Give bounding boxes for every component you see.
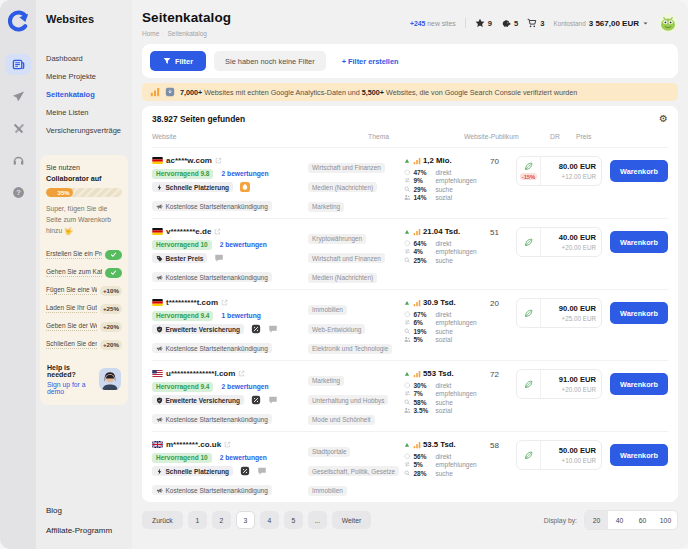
comment-icon[interactable] xyxy=(214,253,224,263)
rail-item-tools[interactable] xyxy=(5,118,31,139)
footer-link-blog[interactable]: Blog xyxy=(46,506,122,515)
referral-icon xyxy=(404,390,411,397)
display-option-100[interactable]: 100 xyxy=(654,511,677,529)
external-link-icon[interactable] xyxy=(224,441,231,448)
website-cell: m********.co.ukHervorragend 102 bewertun… xyxy=(152,440,308,502)
sidebar-item-seitenkatalog[interactable]: Seitenkatalog xyxy=(36,85,132,103)
rating-badge: Hervorragend 10 xyxy=(152,240,212,250)
page-button-3[interactable]: 3 xyxy=(236,511,255,529)
add-to-cart-button[interactable]: Warenkorb xyxy=(610,302,668,324)
checklist-label[interactable]: Schließen Sie den erst.. xyxy=(46,340,97,349)
website-domain[interactable]: t*********t.com xyxy=(166,298,218,307)
reviews-link[interactable]: 2 bewertungen xyxy=(220,454,267,461)
rail-item-help[interactable]: ? xyxy=(5,182,31,203)
reviews-link[interactable]: 2 bewertungen xyxy=(221,383,268,390)
page-button-2[interactable]: 2 xyxy=(212,511,231,529)
topic-tag: Kryptowährungen xyxy=(308,234,366,244)
topics-cell: KryptowährungenWirtschaft und FinanzenMe… xyxy=(308,227,404,289)
website-domain[interactable]: m********.co.uk xyxy=(166,440,221,449)
reviews-link[interactable]: 2 bewertungen xyxy=(220,241,267,248)
announcement-badge: Kostenlose Startseitenankündigung xyxy=(152,272,272,282)
external-link-icon[interactable] xyxy=(215,157,222,164)
sidebar-item-meine-listen[interactable]: Meine Listen xyxy=(36,103,132,121)
website-domain[interactable]: v********e.de xyxy=(166,227,211,236)
sidebar-item-dashboard[interactable]: Dashboard xyxy=(36,49,132,67)
rail-item-messages[interactable] xyxy=(5,86,31,107)
page-button-5[interactable]: 5 xyxy=(284,511,303,529)
website-domain[interactable]: ac****w.com xyxy=(166,156,212,165)
create-filter-link[interactable]: + Filter erstellen xyxy=(342,57,399,66)
breadcrumb-home[interactable]: Home xyxy=(142,30,159,37)
rail-item-support[interactable] xyxy=(5,150,31,171)
page-button-4[interactable]: 4 xyxy=(260,511,279,529)
prev-page-button[interactable]: Zurück xyxy=(142,511,183,529)
help-icon: ? xyxy=(12,186,25,199)
checklist-label[interactable]: Laden Sie Ihr Guthabe.. xyxy=(46,304,97,313)
external-link-icon[interactable] xyxy=(221,299,228,306)
favorites-counter[interactable]: 9 xyxy=(475,18,492,28)
discount-icon[interactable] xyxy=(251,324,261,334)
chevron-down-icon xyxy=(642,20,649,27)
topics-cell: ImmobilienWeb-EntwicklungElektronik und … xyxy=(308,298,404,360)
discount-icon[interactable] xyxy=(251,395,261,405)
website-cell: u**************l.comHervorragend 9.42 be… xyxy=(152,369,308,431)
next-page-button[interactable]: Weiter xyxy=(332,511,372,529)
checklist-label[interactable]: Gehen Sie zum Katalog xyxy=(46,268,102,277)
display-option-40[interactable]: 40 xyxy=(608,511,631,529)
domain-line: u**************l.com xyxy=(152,369,302,378)
reviews-link[interactable]: 1 bewertung xyxy=(221,312,260,319)
price-left: -15% xyxy=(517,157,541,185)
cart-counter[interactable]: 3 xyxy=(527,18,544,28)
cart-cell: Warenkorb xyxy=(608,369,668,431)
add-to-cart-button[interactable]: Warenkorb xyxy=(610,444,668,466)
checklist-label[interactable]: Fügen Sie eine Websit.. xyxy=(46,286,97,295)
rail-item-catalog[interactable] xyxy=(5,54,31,75)
dr-value: 20 xyxy=(490,298,516,308)
price-value: 91.00 EUR xyxy=(559,375,596,384)
account-balance[interactable]: Kontostand 3 567,00 EUR xyxy=(553,19,649,28)
social-icon xyxy=(404,194,411,201)
add-to-cart-button[interactable]: Warenkorb xyxy=(610,373,668,395)
dr-cell: 20 xyxy=(490,298,516,360)
comment-icon[interactable] xyxy=(268,395,278,405)
discount-icon[interactable] xyxy=(240,466,250,476)
dr-value: 72 xyxy=(490,369,516,379)
leaf-icon xyxy=(524,162,533,171)
website-domain[interactable]: u**************l.com xyxy=(166,369,235,378)
checklist-label[interactable]: Geben Sie der Website.. xyxy=(46,322,97,331)
demo-signup-link[interactable]: Sign up for a demo xyxy=(47,381,99,395)
icon-rail: ? xyxy=(0,0,36,549)
price-right: 91.00 EUR+20.00 EUR xyxy=(541,370,601,398)
filter-button[interactable]: Filter xyxy=(150,51,206,71)
promo-icon[interactable] xyxy=(240,182,250,192)
external-link-icon[interactable] xyxy=(214,228,221,235)
checklist-label[interactable]: Erstellen Sie ein Projekt xyxy=(46,250,102,259)
display-option-60[interactable]: 60 xyxy=(631,511,654,529)
referral-icon xyxy=(404,319,411,326)
page-ellipsis[interactable]: ... xyxy=(308,511,327,529)
footer-link-affiliate-programm[interactable]: Affiliate-Programm xyxy=(46,526,122,535)
page-button-1[interactable]: 1 xyxy=(188,511,207,529)
price-right: 50.00 EUR+10.00 EUR xyxy=(541,441,601,469)
add-to-cart-button[interactable]: Warenkorb xyxy=(610,231,668,253)
sidebar-item-versicherungsvertr-ge[interactable]: Versicherungsverträge xyxy=(36,121,132,139)
source-percent: 3.5% xyxy=(414,407,433,414)
price-box: 50.00 EUR+10.00 EUR xyxy=(516,440,602,470)
display-option-20[interactable]: 20 xyxy=(585,511,608,529)
deals-counter[interactable]: 5 xyxy=(501,18,518,28)
sidebar-item-meine-projekte[interactable]: Meine Projekte xyxy=(36,67,132,85)
external-link-icon[interactable] xyxy=(238,370,245,377)
collaborator-logo[interactable] xyxy=(7,10,29,32)
rating-badge: Hervorragend 10 xyxy=(152,453,212,463)
audience-cell: 1,2 Mio.47%direkt9%empfehlungen29%suche1… xyxy=(404,156,490,218)
domain-line: v********e.de xyxy=(152,227,302,236)
comment-icon[interactable] xyxy=(268,324,278,334)
search-icon xyxy=(404,470,411,477)
reviews-link[interactable]: 2 bewertungen xyxy=(221,170,268,177)
comment-icon[interactable] xyxy=(257,466,267,476)
add-to-cart-button[interactable]: Warenkorb xyxy=(610,160,668,182)
price-left xyxy=(517,228,541,256)
dr-cell: 51 xyxy=(490,227,516,289)
gear-icon[interactable]: ⚙ xyxy=(659,114,668,124)
user-avatar[interactable] xyxy=(658,13,678,33)
